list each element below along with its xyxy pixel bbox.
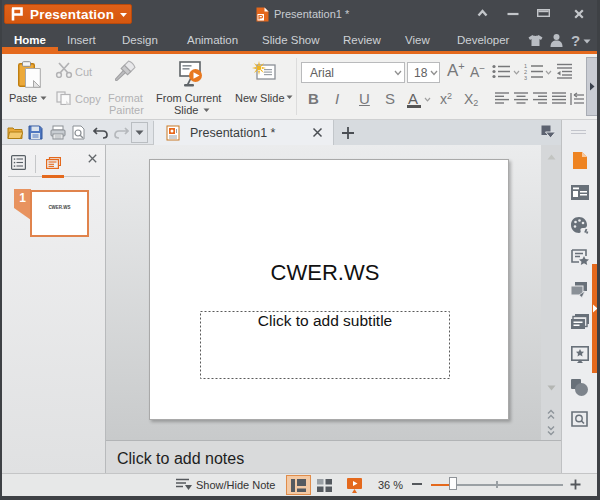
svg-text:3: 3 bbox=[524, 75, 527, 81]
